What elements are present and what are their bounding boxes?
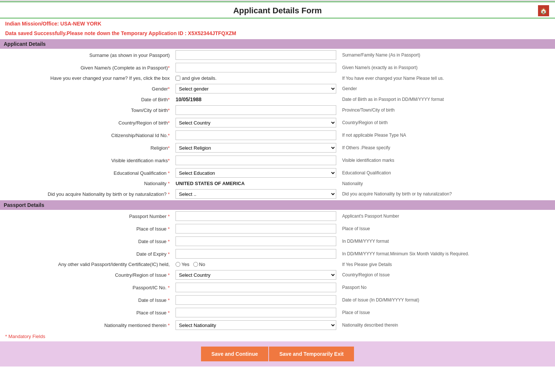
visible-marks-hint: Visible identification marks bbox=[339, 154, 555, 167]
passport-ic-input[interactable] bbox=[176, 283, 336, 292]
table-row: Educational Qualification * Select Educa… bbox=[0, 167, 555, 179]
education-hint: Educational Qualification bbox=[339, 167, 555, 179]
date-issue2-hint: Date of Issue (In DD/MM/YYYY format) bbox=[339, 294, 555, 306]
table-row: Place of Issue * Place of Issue bbox=[0, 306, 555, 319]
table-row: Passport/IC No. * Passport No bbox=[0, 281, 555, 294]
visible-marks-input-cell bbox=[173, 154, 339, 167]
town-label: Town/City of birth* bbox=[0, 104, 173, 116]
religion-hint: If Others .Please specify bbox=[339, 142, 555, 154]
namechange-checkbox[interactable] bbox=[176, 76, 180, 81]
education-select[interactable]: Select Education bbox=[176, 168, 336, 178]
country-birth-select-cell: Select Country bbox=[173, 116, 339, 129]
other-passport-yes-label[interactable]: Yes bbox=[176, 262, 189, 267]
table-row: Visible identification marks* Visible id… bbox=[0, 154, 555, 167]
passport-num-label: Passport Number * bbox=[0, 210, 173, 222]
date-issue2-label: Date of Issue * bbox=[0, 294, 173, 306]
givenname-input[interactable] bbox=[176, 63, 336, 72]
page-header: Applicant Details Form 🏠 bbox=[0, 2, 555, 18]
namechange-checkbox-label: and give details. bbox=[182, 75, 217, 81]
givenname-hint: Given Name/s (exactly as in Passport) bbox=[339, 61, 555, 74]
passport-num-input-cell bbox=[173, 210, 339, 222]
visible-marks-label: Visible identification marks* bbox=[0, 154, 173, 167]
surname-input[interactable] bbox=[176, 50, 336, 60]
place-issue-input[interactable] bbox=[176, 224, 336, 234]
other-passport-no-text: No bbox=[199, 262, 205, 267]
namechange-input-cell: and give details. bbox=[173, 74, 339, 82]
date-expiry-input[interactable] bbox=[176, 249, 336, 259]
table-row: Place of Issue * Place of Issue bbox=[0, 222, 555, 235]
visible-marks-input[interactable] bbox=[176, 156, 336, 165]
town-hint: Province/Town/City of birth bbox=[339, 104, 555, 116]
page-wrapper: Applicant Details Form 🏠 Indian Mission/… bbox=[0, 0, 555, 367]
country-issue-select[interactable]: Select Country bbox=[176, 270, 336, 280]
date-issue-hint: In DD/MM/YYYY format bbox=[339, 235, 555, 248]
acquire-nationality-hint: Did you acquire Nationality by birth or … bbox=[339, 188, 555, 200]
nationality-therein-hint: Nationality described therein bbox=[339, 319, 555, 331]
save-continue-button[interactable]: Save and Continue bbox=[201, 347, 268, 361]
mission-line: Indian Mission/Office: USA-NEW YORK bbox=[0, 18, 555, 29]
passport-ic-hint: Passport No bbox=[339, 281, 555, 294]
home-icon[interactable]: 🏠 bbox=[538, 5, 549, 16]
gender-label: Gender* bbox=[0, 82, 173, 95]
other-passport-yes-text: Yes bbox=[181, 262, 189, 267]
education-label: Educational Qualification * bbox=[0, 167, 173, 179]
table-row: Passport Number * Applicant's Passport N… bbox=[0, 210, 555, 222]
nationality-therein-select-cell: Select Nationality bbox=[173, 319, 339, 331]
table-row: Did you acquire Nationality by birth or … bbox=[0, 188, 555, 200]
country-issue-hint: Country/Region of Issue bbox=[339, 269, 555, 281]
date-issue2-input[interactable] bbox=[176, 295, 336, 305]
country-birth-label: Country/Region of birth* bbox=[0, 116, 173, 129]
place-issue2-input[interactable] bbox=[176, 308, 336, 317]
surname-input-cell bbox=[173, 49, 339, 61]
table-row: Religion* Select Religion If Others .Ple… bbox=[0, 142, 555, 154]
table-row: Any other valid Passport/Identity Certif… bbox=[0, 260, 555, 269]
passport-details-section: Passport Details Passport Number * Appli… bbox=[0, 200, 555, 331]
footer-buttons: Save and Continue Save and Temporarily E… bbox=[0, 341, 555, 367]
passport-num-input[interactable] bbox=[176, 211, 336, 221]
givenname-label: Given Name/s (Complete as in Passport)* bbox=[0, 61, 173, 74]
table-row: Country/Region of Issue * Select Country… bbox=[0, 269, 555, 281]
dob-value-cell: 10/05/1988 bbox=[173, 95, 339, 104]
date-issue-input[interactable] bbox=[176, 236, 336, 246]
other-passport-radio-group: Yes No bbox=[176, 262, 336, 267]
country-birth-select[interactable]: Select Country bbox=[176, 118, 336, 127]
acquire-nationality-select[interactable]: Select .. By Birth By Naturalization bbox=[176, 189, 336, 199]
date-expiry-hint: In DD/MM/YYYY format.Minimum Six Month V… bbox=[339, 248, 555, 260]
nationality-therein-select[interactable]: Select Nationality bbox=[176, 320, 336, 330]
other-passport-yes-radio[interactable] bbox=[176, 262, 180, 267]
other-passport-radio-cell: Yes No bbox=[173, 260, 339, 269]
place-issue2-label: Place of Issue * bbox=[0, 306, 173, 319]
surname-hint: Surname/Family Name (As in Passport) bbox=[339, 49, 555, 61]
other-passport-no-label[interactable]: No bbox=[193, 262, 205, 267]
date-expiry-input-cell bbox=[173, 248, 339, 260]
country-issue-select-cell: Select Country bbox=[173, 269, 339, 281]
table-row: Date of Expiry * In DD/MM/YYYY format.Mi… bbox=[0, 248, 555, 260]
mission-label: Indian Mission/Office: bbox=[5, 21, 59, 27]
passport-num-hint: Applicant's Passport Number bbox=[339, 210, 555, 222]
surname-label: Surname (as shown in your Passport) bbox=[0, 49, 173, 61]
acquire-nationality-label: Did you acquire Nationality by birth or … bbox=[0, 188, 173, 200]
town-input[interactable] bbox=[176, 105, 336, 115]
other-passport-no-radio[interactable] bbox=[193, 262, 198, 267]
mission-value: USA-NEW YORK bbox=[60, 21, 101, 27]
citizenship-hint: If not applicable Please Type NA bbox=[339, 129, 555, 142]
dob-label: Date of Birth* bbox=[0, 95, 173, 104]
table-row: Nationality * UNITED STATES OF AMERICA N… bbox=[0, 179, 555, 188]
passport-section-header: Passport Details bbox=[0, 200, 555, 210]
other-passport-label: Any other valid Passport/Identity Certif… bbox=[0, 260, 173, 269]
table-row: Nationality mentioned therein * Select N… bbox=[0, 319, 555, 331]
success-msg-prefix: Data saved Successfully.Please note down… bbox=[5, 30, 187, 36]
citizenship-label: Citizenship/National Id No.* bbox=[0, 129, 173, 142]
mandatory-note-text: * Mandatory Fields bbox=[5, 334, 45, 339]
citizenship-input[interactable] bbox=[176, 130, 336, 140]
save-exit-button[interactable]: Save and Temporarily Exit bbox=[269, 347, 354, 361]
place-issue-input-cell bbox=[173, 222, 339, 235]
table-row: Date of Issue * Date of Issue (In DD/MM/… bbox=[0, 294, 555, 306]
gender-select[interactable]: Select gender Male Female Other bbox=[176, 84, 336, 93]
mandatory-note: * Mandatory Fields bbox=[0, 331, 555, 341]
table-row: Date of Issue * In DD/MM/YYYY format bbox=[0, 235, 555, 248]
namechange-checkbox-row: and give details. bbox=[176, 75, 336, 81]
nationality-label: Nationality * bbox=[0, 179, 173, 188]
table-row: Country/Region of birth* Select Country … bbox=[0, 116, 555, 129]
religion-select[interactable]: Select Religion bbox=[176, 143, 336, 153]
